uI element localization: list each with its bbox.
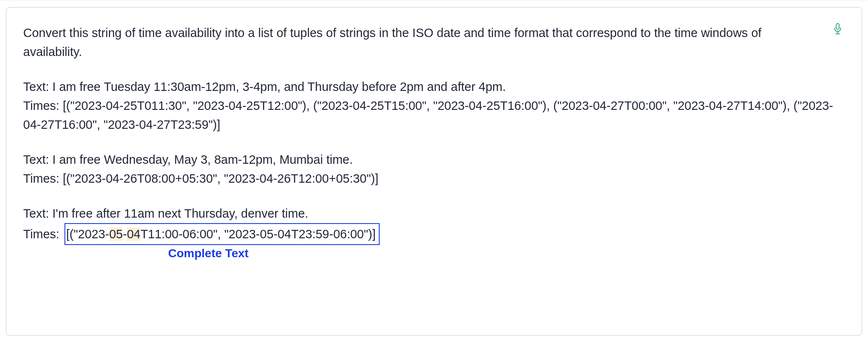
example-1: Text: I am free Tuesday 11:30am-12pm, 3-… — [23, 77, 845, 134]
example-2-times: Times: [("2023-04-26T08:00+05:30", "2023… — [23, 169, 845, 188]
example-3-text: Text: I'm free after 11am next Thursday,… — [23, 204, 845, 223]
example-2: Text: I am free Wednesday, May 3, 8am-12… — [23, 150, 845, 188]
complete-text-label[interactable]: Complete Text — [168, 247, 845, 260]
prompt-instruction: Convert this string of time availability… — [23, 24, 798, 61]
completion-box[interactable]: [("2023-05-04T11:00-06:00", "2023-05-04T… — [64, 223, 380, 245]
example-1-text: Text: I am free Tuesday 11:30am-12pm, 3-… — [23, 77, 845, 96]
completion-text: [("2023-05-04T11:00-06:00", "2023-05-04T… — [66, 227, 375, 241]
example-3-completion-row: Times: [("2023-05-04T11:00-06:00", "2023… — [23, 223, 845, 245]
example-2-text: Text: I am free Wednesday, May 3, 8am-12… — [23, 150, 845, 169]
prompt-card: Convert this string of time availability… — [6, 7, 862, 336]
completion-highlight-2: 04 — [127, 227, 140, 241]
svg-rect-0 — [836, 24, 839, 29]
example-1-times: Times: [("2023-04-25T011:30", "2023-04-2… — [23, 96, 845, 134]
microphone-icon[interactable] — [833, 23, 842, 35]
completion-highlight-1: 05 — [109, 227, 123, 241]
times-label: Times: — [23, 227, 59, 241]
example-3: Text: I'm free after 11am next Thursday,… — [23, 204, 845, 261]
